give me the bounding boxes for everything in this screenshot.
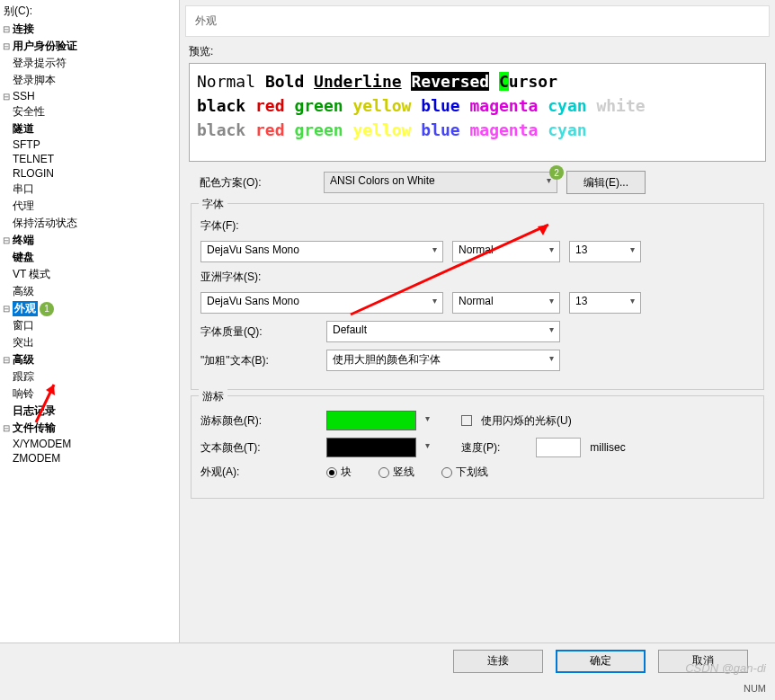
preview-normal: Normal	[197, 72, 255, 91]
tree-window[interactable]: 窗口	[0, 318, 179, 333]
font-quality-combo[interactable]: Default	[326, 321, 560, 342]
connect-button[interactable]: 连接	[453, 650, 543, 673]
tree-security[interactable]: 安全性	[0, 104, 179, 120]
cursor-block-radio[interactable]: 块	[326, 465, 352, 480]
tree-connection[interactable]: ⊟连接	[0, 22, 179, 37]
tree-keepalive[interactable]: 保持活动状态	[0, 216, 179, 231]
preview-cursor: ursor	[509, 72, 557, 91]
cursor-fieldset: 游标 游标颜色(R): 使用闪烁的光标(U) 文本颜色(T): 速度(P): m…	[191, 395, 764, 499]
main-container: 别(C): ⊟连接 ⊟用户身份验证 登录提示符 登录脚本 ⊟SSH 安全性 隧道…	[0, 0, 775, 647]
preview-cursor-c: C	[499, 72, 509, 91]
ok-button[interactable]: 确定	[556, 650, 646, 673]
cursor-legend: 游标	[199, 389, 227, 404]
tree-appearance[interactable]: ⊟外观1	[0, 301, 179, 316]
speed-label: 速度(P):	[461, 440, 500, 456]
edit-color-scheme-button[interactable]: 编辑(E)...	[566, 171, 646, 194]
preview-label: 预览:	[180, 37, 775, 63]
preview-colors-row1: black red green yellow blue magenta cyan…	[197, 93, 758, 118]
tree-file-transfer[interactable]: ⊟文件传输	[0, 421, 179, 436]
cursor-color-well[interactable]	[326, 411, 416, 430]
text-color-well[interactable]	[326, 438, 416, 457]
asian-font-label: 亚洲字体(S):	[200, 270, 317, 285]
preview-underline: Underline	[314, 72, 402, 91]
font-quality-label: 字体质量(Q):	[200, 324, 317, 340]
color-scheme-combo[interactable]: ANSI Colors on White 2	[324, 172, 557, 193]
speed-input[interactable]	[536, 438, 581, 457]
tree-serial[interactable]: 串口	[0, 182, 179, 197]
tree-rlogin[interactable]: RLOGIN	[0, 167, 179, 180]
panel-header: 外观	[185, 5, 770, 37]
preview-box: Normal Bold Underline Reversed Cursor bl…	[189, 63, 766, 162]
tree-xymodem[interactable]: X/YMODEM	[0, 438, 179, 450]
category-tree: ⊟连接 ⊟用户身份验证 登录提示符 登录脚本 ⊟SSH 安全性 隧道 SFTP …	[0, 21, 179, 465]
color-scheme-label: 配色方案(O):	[189, 175, 315, 191]
font-fieldset: 字体 字体(F): DejaVu Sans Mono Normal 13 亚洲字…	[191, 203, 764, 390]
cancel-button[interactable]: 取消	[658, 650, 748, 673]
status-bar: NUM	[735, 680, 775, 700]
cursor-underline-radio[interactable]: 下划线	[441, 465, 488, 480]
badge-2: 2	[549, 165, 564, 180]
tree-logging[interactable]: 日志记录	[0, 403, 179, 419]
preview-bold: Bold	[265, 72, 304, 91]
asian-style-combo[interactable]: Normal	[452, 292, 560, 314]
text-color-label: 文本颜色(T):	[200, 440, 317, 456]
tree-keyboard[interactable]: 键盘	[0, 250, 179, 265]
badge-1: 1	[40, 302, 54, 316]
preview-reversed: Reversed	[411, 72, 489, 91]
tree-user-auth[interactable]: ⊟用户身份验证	[0, 39, 179, 54]
tree-trace[interactable]: 跟踪	[0, 369, 179, 385]
bold-text-label: "加粗"文本(B):	[200, 353, 317, 368]
category-tree-panel: 别(C): ⊟连接 ⊟用户身份验证 登录提示符 登录脚本 ⊟SSH 安全性 隧道…	[0, 0, 180, 647]
font-label: 字体(F):	[200, 218, 317, 234]
cursor-appearance-label: 外观(A):	[200, 465, 317, 480]
font-legend: 字体	[199, 197, 227, 212]
asian-font-combo[interactable]: DejaVu Sans Mono	[200, 292, 443, 314]
dialog-button-bar: 连接 确定 取消	[0, 642, 775, 678]
cursor-color-label: 游标颜色(R):	[200, 413, 317, 429]
preview-colors-row2: black red green yellow blue magenta cyan	[197, 118, 758, 142]
tree-advanced2[interactable]: ⊟高级	[0, 352, 179, 368]
tree-sftp[interactable]: SFTP	[0, 138, 179, 151]
tree-terminal[interactable]: ⊟终端	[0, 233, 179, 248]
font-name-combo[interactable]: DejaVu Sans Mono	[200, 241, 443, 262]
tree-zmodem[interactable]: ZMODEM	[0, 452, 179, 465]
tree-login-script[interactable]: 登录脚本	[0, 73, 179, 88]
tree-highlight[interactable]: 突出	[0, 335, 179, 350]
cursor-vline-radio[interactable]: 竖线	[379, 465, 414, 480]
tree-header-label: 别(C):	[0, 2, 179, 21]
tree-vtmode[interactable]: VT 模式	[0, 267, 179, 282]
tree-bell[interactable]: 响铃	[0, 386, 179, 402]
tree-advanced[interactable]: 高级	[0, 284, 179, 299]
tree-tunnel[interactable]: 隧道	[0, 121, 179, 137]
font-size-combo[interactable]: 13	[569, 241, 641, 262]
tree-login-prompt[interactable]: 登录提示符	[0, 56, 179, 71]
blink-label: 使用闪烁的光标(U)	[481, 413, 572, 429]
asian-size-combo[interactable]: 13	[569, 292, 641, 314]
blink-checkbox[interactable]	[461, 415, 472, 426]
bold-text-combo[interactable]: 使用大胆的颜色和字体	[326, 350, 560, 371]
speed-unit: millisec	[590, 441, 625, 454]
tree-telnet[interactable]: TELNET	[0, 153, 179, 165]
settings-panel: 外观 预览: Normal Bold Underline Reversed Cu…	[180, 0, 775, 647]
font-style-combo[interactable]: Normal	[452, 241, 560, 262]
tree-ssh[interactable]: ⊟SSH	[0, 90, 179, 102]
tree-proxy[interactable]: 代理	[0, 199, 179, 214]
